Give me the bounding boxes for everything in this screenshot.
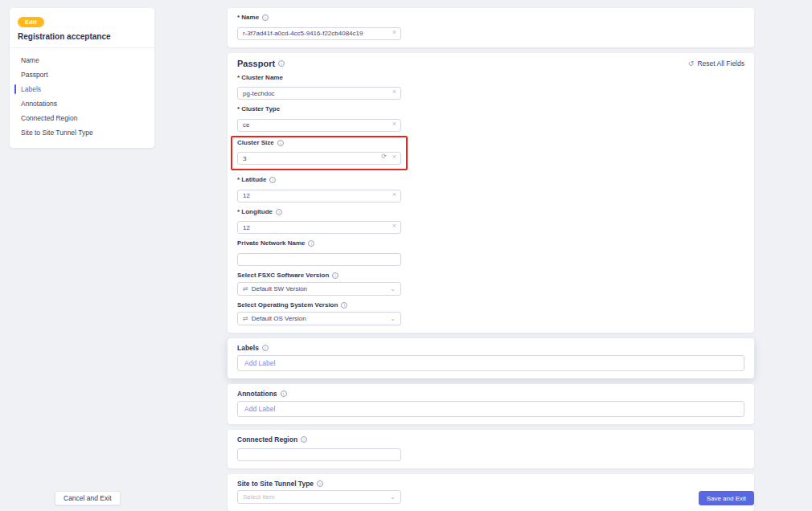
sidebar-item-site-to-site-tunnel-type[interactable]: Site to Site Tunnel Type <box>10 125 154 140</box>
longitude-label-text: * Longitude <box>237 208 273 216</box>
info-icon[interactable]: i <box>332 272 338 279</box>
labels-add-label-input[interactable] <box>237 355 744 371</box>
info-icon[interactable]: i <box>277 140 284 146</box>
tunnel-type-select[interactable]: Select item ⌄ <box>237 490 401 504</box>
sync-icon: ⇄ <box>243 315 248 322</box>
sidebar-item-annotations[interactable]: Annotations <box>10 96 154 111</box>
cluster-name-input[interactable] <box>237 87 401 100</box>
cluster-size-field-group: Cluster Size i ⟳ × <box>237 139 401 166</box>
cluster-size-label-text: Cluster Size <box>237 139 274 147</box>
tunnel-type-title: Site to Site Tunnel Type i <box>237 480 744 488</box>
cluster-name-label-text: * Cluster Name <box>237 74 283 82</box>
clear-icon[interactable]: × <box>392 223 396 230</box>
cluster-type-label: * Cluster Type <box>237 105 744 113</box>
latitude-label: * Latitude i <box>237 176 744 184</box>
annotations-add-label-input[interactable] <box>237 401 744 417</box>
passport-title-text: Passport <box>237 59 275 68</box>
private-network-name-label: Private Network Name i <box>237 239 744 247</box>
private-network-name-field-group: Private Network Name i <box>237 239 744 266</box>
cluster-name-field-group: * Cluster Name × <box>237 74 744 100</box>
save-and-exit-button[interactable]: Save and Exit <box>699 491 754 505</box>
labels-card: Labels i <box>228 338 754 378</box>
tunnel-type-title-text: Site to Site Tunnel Type <box>237 480 314 488</box>
annotations-input-wrap <box>237 400 744 417</box>
reset-icon: ↺ <box>688 59 695 67</box>
clear-icon[interactable]: × <box>392 190 396 198</box>
tunnel-type-card: Site to Site Tunnel Type i Select item ⌄ <box>228 474 754 511</box>
info-icon[interactable]: i <box>278 60 285 67</box>
labels-title: Labels i <box>237 344 744 352</box>
clear-icon[interactable]: × <box>392 28 396 35</box>
sw-version-select[interactable]: ⇄ Default SW Version ⌄ <box>237 282 401 296</box>
wizard-sidebar: Edit Registration acceptance Name Passpo… <box>10 8 154 148</box>
longitude-label: * Longitude i <box>237 208 744 216</box>
info-icon[interactable]: i <box>281 390 287 397</box>
cluster-size-input[interactable] <box>237 152 401 165</box>
cluster-name-input-wrap: × <box>237 84 401 100</box>
annotation-highlight-box: Cluster Size i ⟳ × <box>231 136 408 171</box>
name-label: * Name i <box>237 14 744 22</box>
connected-region-title: Connected Region i <box>237 435 744 444</box>
os-version-selected-value: Default OS Version <box>252 315 388 322</box>
reset-all-fields-button[interactable]: ↺ Reset All Fields <box>688 59 744 67</box>
refresh-icon[interactable]: ⟳ <box>381 153 387 160</box>
labels-title-text: Labels <box>237 344 259 352</box>
sidebar-item-name[interactable]: Name <box>10 53 154 67</box>
name-input[interactable] <box>237 27 401 40</box>
annotations-title: Annotations i <box>237 390 744 398</box>
info-icon[interactable]: i <box>308 240 314 247</box>
latitude-input-wrap: × <box>237 186 401 202</box>
private-network-name-input-wrap <box>237 250 401 266</box>
os-version-label-text: Select Operating System Version <box>237 301 338 309</box>
cancel-and-exit-button[interactable]: Cancel and Exit <box>55 491 121 505</box>
info-icon[interactable]: i <box>262 345 269 351</box>
clear-icon[interactable]: × <box>392 120 396 127</box>
longitude-field-group: * Longitude i × <box>237 208 744 235</box>
chevron-down-icon: ⌄ <box>390 315 396 322</box>
sw-version-selected-value: Default SW Version <box>252 285 388 292</box>
private-network-name-label-text: Private Network Name <box>237 239 305 247</box>
cluster-type-input[interactable] <box>237 119 401 132</box>
passport-card: Passport i ↺ Reset All Fields * Cluster … <box>228 53 754 333</box>
sidebar-item-passport[interactable]: Passport <box>10 67 154 82</box>
name-field-group: * Name i × <box>237 14 744 40</box>
private-network-name-input[interactable] <box>237 253 401 266</box>
connected-region-input-wrap <box>237 446 401 462</box>
os-version-label: Select Operating System Version i <box>237 301 744 309</box>
longitude-input[interactable] <box>237 221 401 234</box>
sync-icon: ⇄ <box>243 285 248 292</box>
connected-region-card: Connected Region i <box>228 430 754 469</box>
info-icon[interactable]: i <box>262 14 269 21</box>
os-version-field-group: Select Operating System Version i ⇄ Defa… <box>237 301 744 325</box>
sidebar-item-connected-region[interactable]: Connected Region <box>10 111 154 125</box>
latitude-field-group: * Latitude i × <box>237 176 744 202</box>
cluster-type-label-text: * Cluster Type <box>237 105 280 113</box>
sw-version-label-text: Select FSXC Software Version <box>237 272 329 280</box>
os-version-select[interactable]: ⇄ Default OS Version ⌄ <box>237 312 401 325</box>
info-icon[interactable]: i <box>341 302 347 309</box>
tunnel-type-placeholder: Select item <box>243 493 387 501</box>
name-card: * Name i × <box>228 8 754 47</box>
latitude-input[interactable] <box>237 190 401 202</box>
cluster-name-label: * Cluster Name <box>237 74 744 82</box>
latitude-label-text: * Latitude <box>237 176 266 184</box>
chevron-down-icon: ⌄ <box>390 493 396 501</box>
connected-region-input[interactable] <box>237 448 401 461</box>
cluster-type-input-wrap: × <box>237 116 401 132</box>
sidebar-title: Registration acceptance <box>18 32 146 41</box>
sidebar-item-labels[interactable]: Labels <box>10 82 154 96</box>
clear-icon[interactable]: × <box>392 153 396 161</box>
info-icon[interactable]: i <box>317 480 323 487</box>
info-icon[interactable]: i <box>301 436 307 443</box>
chevron-down-icon: ⌄ <box>390 285 396 292</box>
connected-region-title-text: Connected Region <box>237 435 297 444</box>
clear-icon[interactable]: × <box>392 88 396 96</box>
name-input-wrap: × <box>237 24 401 40</box>
cluster-size-input-wrap: ⟳ × <box>237 149 401 166</box>
info-icon[interactable]: i <box>269 177 276 183</box>
cluster-size-label: Cluster Size i <box>237 139 401 147</box>
edit-badge: Edit <box>18 17 44 27</box>
sw-version-field-group: Select FSXC Software Version i ⇄ Default… <box>237 272 744 296</box>
reset-all-fields-label: Reset All Fields <box>697 59 744 67</box>
info-icon[interactable]: i <box>276 209 282 215</box>
